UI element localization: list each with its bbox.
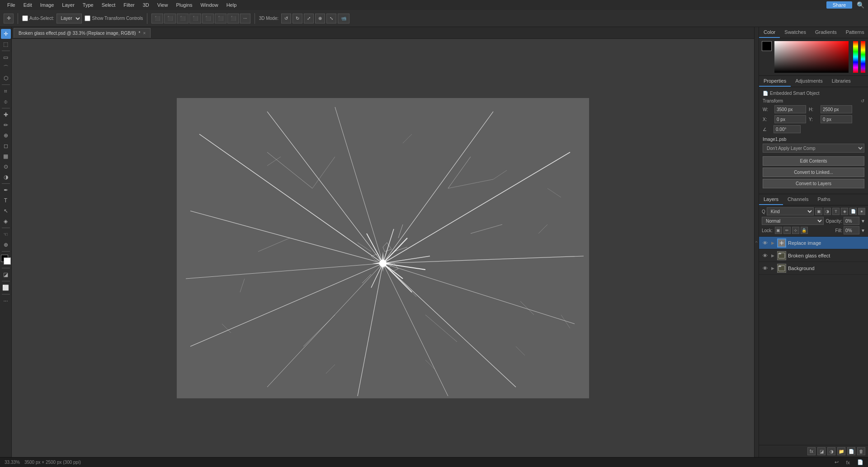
auto-select-dropdown[interactable]: Layer (57, 14, 82, 23)
transform-controls-checkbox[interactable] (85, 15, 90, 21)
edit-contents-button[interactable]: Edit Contents (763, 156, 864, 166)
foreground-color-swatch[interactable] (762, 41, 772, 51)
convert-linked-button[interactable]: Convert to Linked... (763, 168, 864, 177)
y-input[interactable] (821, 115, 852, 123)
angle-input[interactable] (774, 125, 801, 133)
menu-filter[interactable]: Filter (120, 1, 138, 9)
tab-channels[interactable]: Channels (783, 194, 813, 205)
foreground-color[interactable] (1, 255, 11, 265)
zoom-tool[interactable]: ⊕ (1, 240, 11, 250)
layer-expand-replace-image[interactable]: ▶ (770, 240, 775, 246)
canvas-container[interactable] (12, 39, 754, 457)
layer-expand-background[interactable]: ▶ (770, 266, 775, 271)
3d-btn-4[interactable]: ⊕ (315, 14, 325, 23)
lasso-tool[interactable]: ⌒ (1, 63, 11, 73)
layer-visibility-broken-glass[interactable]: 👁 (762, 252, 768, 259)
lock-position-icon[interactable]: ✏ (783, 227, 791, 234)
move-tool-button[interactable]: ✛ (4, 14, 14, 23)
layer-visibility-background[interactable]: 👁 (762, 265, 768, 271)
transform-reset-icon[interactable]: ↺ (861, 98, 864, 103)
tab-paths[interactable]: Paths (813, 194, 835, 205)
layer-item-background[interactable]: 👁 ▶ Background (759, 262, 868, 275)
lock-pixels-icon[interactable]: ▣ (775, 227, 782, 234)
align-center-h-btn[interactable]: ⬛ (164, 14, 176, 23)
menu-plugins[interactable]: Plugins (172, 1, 196, 9)
text-tool[interactable]: T (1, 196, 11, 205)
document-tab[interactable]: Broken glass effect.psd @ 33.3% (Replace… (14, 28, 151, 38)
panel-collapse-arrow[interactable]: ‹ (754, 27, 759, 457)
align-center-v-btn[interactable]: ⬛ (215, 14, 226, 23)
brush-tool[interactable]: ✏ (1, 120, 11, 130)
filter-type-icon[interactable]: T (832, 208, 840, 215)
layer-item-broken-glass[interactable]: 👁 ▶ Broken glass effect (759, 249, 868, 262)
menu-type[interactable]: Type (79, 1, 97, 9)
filter-shape-icon[interactable]: ◈ (841, 208, 848, 215)
opacity-input[interactable] (844, 217, 859, 225)
filter-kind-dropdown[interactable]: Kind (767, 207, 814, 215)
fill-dropdown-icon[interactable]: ▼ (861, 228, 865, 233)
3d-btn-2[interactable]: ↻ (292, 14, 302, 23)
add-mask-button[interactable]: ◪ (817, 447, 826, 455)
menu-edit[interactable]: Edit (20, 1, 36, 9)
more-options-btn[interactable]: ··· (240, 14, 250, 23)
artboard-tool[interactable]: ⬚ (1, 39, 11, 49)
blur-tool[interactable]: ⊙ (1, 162, 11, 172)
menu-file[interactable]: File (4, 1, 19, 9)
x-input[interactable] (774, 115, 806, 123)
menu-3d[interactable]: 3D (139, 1, 153, 9)
pen-tool[interactable]: ✒ (1, 185, 11, 195)
align-bottom-btn[interactable]: ⬛ (189, 14, 201, 23)
auto-select-checkbox-label[interactable]: Auto-Select: (22, 15, 54, 21)
history-back-icon[interactable]: ↩ (835, 459, 839, 465)
layer-comp-dropdown[interactable]: Don't Apply Layer Comp (763, 144, 864, 153)
transform-controls-label[interactable]: Show Transform Controls (85, 15, 143, 21)
marquee-tool[interactable]: ▭ (1, 52, 11, 62)
menu-layer[interactable]: Layer (58, 1, 78, 9)
filter-smart-icon[interactable]: 📄 (849, 208, 857, 215)
distribute-btn[interactable]: ⬛ (227, 14, 239, 23)
3d-btn-5[interactable]: ⤡ (326, 14, 336, 23)
crop-tool[interactable]: ⌗ (1, 86, 11, 96)
color-gradient-main[interactable] (774, 41, 849, 73)
shape-tool[interactable]: ◈ (1, 216, 11, 226)
eraser-tool[interactable]: ◻ (1, 141, 11, 151)
tab-patterns[interactable]: Patterns (841, 27, 868, 38)
layer-expand-broken-glass[interactable]: ▶ (770, 253, 775, 258)
create-fill-button[interactable]: ◑ (827, 447, 835, 455)
convert-layers-button[interactable]: Convert to Layers (763, 179, 864, 188)
move-tool[interactable]: ✛ (1, 29, 11, 39)
path-select-tool[interactable]: ↖ (1, 206, 11, 216)
lock-artboard-icon[interactable]: ⊹ (792, 227, 799, 234)
search-icon[interactable]: 🔍 (857, 1, 864, 9)
align-left-btn[interactable]: ⬛ (151, 14, 163, 23)
layer-visibility-replace-image[interactable]: 👁 (762, 240, 768, 246)
blend-mode-dropdown[interactable]: Normal (762, 217, 824, 225)
menu-image[interactable]: Image (37, 1, 58, 9)
delete-layer-button[interactable]: 🗑 (857, 447, 865, 455)
close-tab-button[interactable]: × (143, 31, 146, 36)
canvas-image[interactable] (177, 98, 589, 398)
menu-view[interactable]: View (154, 1, 172, 9)
auto-select-checkbox[interactable] (22, 15, 28, 21)
color-spectrum-bar[interactable] (861, 41, 865, 73)
tab-adjustments[interactable]: Adjustments (791, 76, 827, 87)
tab-swatches[interactable]: Swatches (780, 27, 811, 38)
dodge-tool[interactable]: ◑ (1, 172, 11, 182)
add-fx-button[interactable]: fx (807, 447, 816, 455)
filter-adjustment-icon[interactable]: ◑ (824, 208, 831, 215)
tab-libraries[interactable]: Libraries (827, 76, 855, 87)
layer-item-replace-image[interactable]: 👁 ▶ Replace image (759, 237, 868, 249)
change-screen-mode[interactable]: ⬜ (1, 283, 11, 293)
3d-btn-3[interactable]: ⤢ (304, 14, 314, 23)
gradient-tool[interactable]: ▦ (1, 151, 11, 161)
filter-pixel-icon[interactable]: ▣ (815, 208, 822, 215)
create-group-button[interactable]: 📁 (837, 447, 845, 455)
clone-tool[interactable]: ⊕ (1, 131, 11, 140)
color-gradient-picker[interactable] (774, 41, 849, 73)
align-top-btn[interactable]: ⬛ (202, 14, 214, 23)
filter-toggle[interactable]: ● (858, 208, 865, 215)
share-button[interactable]: Share (826, 1, 852, 9)
3d-btn-6[interactable]: 📹 (338, 14, 349, 23)
fill-input[interactable] (844, 226, 859, 234)
eyedropper-tool[interactable]: ⌽ (1, 97, 11, 107)
